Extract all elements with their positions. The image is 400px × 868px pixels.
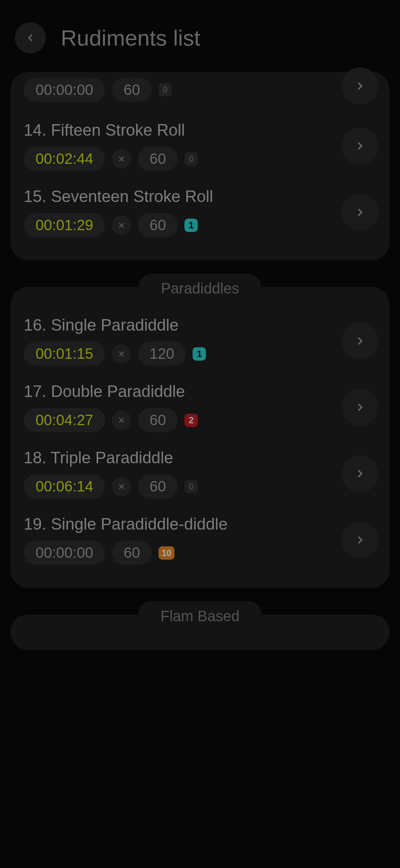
item-meta: 00:00:006010: [24, 541, 341, 565]
clear-time-button[interactable]: [112, 216, 131, 235]
chevron-right-icon: [353, 79, 367, 93]
item-content: 17. Double Paradiddle00:04:27602: [24, 382, 341, 432]
tempo-pill[interactable]: 120: [138, 342, 186, 366]
chevron-left-icon: [24, 32, 36, 44]
time-pill[interactable]: 00:02:44: [24, 147, 105, 171]
chevron-right-icon: [353, 139, 367, 153]
item-meta: 00:02:44600: [24, 147, 341, 171]
page-title: Rudiments list: [61, 25, 200, 51]
list-item[interactable]: 16. Single Paradiddle00:01:151201: [24, 308, 379, 374]
group: 00:00:0060014. Fifteen Stroke Roll00:02:…: [10, 72, 390, 260]
close-icon: [117, 482, 126, 491]
group-label: Paradiddles: [139, 274, 261, 297]
item-content: 15. Seventeen Stroke Roll00:01:29601: [24, 187, 341, 237]
group-label: Flam Based: [138, 601, 261, 625]
tempo-pill[interactable]: 60: [112, 78, 152, 102]
item-title: 17. Double Paradiddle: [24, 382, 341, 401]
item-content: 00:00:00600: [24, 78, 341, 102]
item-title: 14. Fifteen Stroke Roll: [24, 121, 341, 139]
time-pill[interactable]: 00:00:00: [24, 541, 105, 565]
count-badge: 2: [184, 414, 198, 427]
chevron-right-icon: [353, 334, 367, 348]
tempo-pill[interactable]: 60: [138, 408, 178, 432]
count-badge: 1: [193, 347, 206, 361]
time-pill[interactable]: 00:01:15: [24, 342, 105, 366]
count-badge: 1: [184, 219, 198, 232]
count-badge: 10: [159, 546, 174, 560]
time-pill[interactable]: 00:04:27: [24, 408, 105, 432]
tempo-pill[interactable]: 60: [138, 213, 178, 237]
item-content: 16. Single Paradiddle00:01:151201: [24, 316, 341, 366]
list-item[interactable]: 19. Single Paradiddle-diddle00:00:006010: [24, 507, 379, 573]
group: Paradiddles16. Single Paradiddle00:01:15…: [10, 287, 390, 588]
close-icon: [117, 416, 126, 425]
clear-time-button[interactable]: [112, 344, 131, 364]
tempo-pill[interactable]: 60: [138, 474, 178, 498]
clear-time-button[interactable]: [112, 149, 131, 169]
close-icon: [117, 155, 126, 163]
item-meta: 00:01:29601: [24, 213, 341, 237]
content-area: 00:00:0060014. Fifteen Stroke Roll00:02:…: [0, 72, 400, 650]
close-icon: [117, 349, 126, 358]
item-title: 19. Single Paradiddle-diddle: [24, 515, 341, 533]
item-content: 14. Fifteen Stroke Roll00:02:44600: [24, 121, 341, 171]
count-badge: 0: [159, 83, 172, 96]
count-badge: 0: [184, 480, 198, 493]
open-item-button[interactable]: [341, 322, 379, 360]
chevron-right-icon: [353, 533, 367, 547]
chevron-right-icon: [353, 206, 367, 219]
time-pill[interactable]: 00:06:14: [24, 474, 105, 498]
clear-time-button[interactable]: [112, 411, 131, 430]
time-pill[interactable]: 00:00:00: [24, 78, 105, 102]
close-icon: [117, 221, 126, 230]
open-item-button[interactable]: [341, 127, 379, 165]
item-meta: 00:06:14600: [24, 474, 341, 498]
tempo-pill[interactable]: 60: [112, 541, 152, 565]
list-item[interactable]: 15. Seventeen Stroke Roll00:01:29601: [24, 179, 379, 245]
list-item[interactable]: 00:00:00600: [24, 72, 379, 113]
list-item[interactable]: 14. Fifteen Stroke Roll00:02:44600: [24, 113, 379, 179]
group: Flam Based: [10, 614, 390, 650]
list-item[interactable]: 17. Double Paradiddle00:04:27602: [24, 374, 379, 440]
open-item-button[interactable]: [341, 389, 379, 426]
open-item-button[interactable]: [341, 455, 379, 492]
item-meta: 00:04:27602: [24, 408, 341, 432]
time-pill[interactable]: 00:01:29: [24, 213, 105, 237]
item-title: 18. Triple Paradiddle: [24, 448, 341, 467]
open-item-button[interactable]: [341, 67, 379, 105]
item-meta: 00:01:151201: [24, 342, 341, 366]
clear-time-button[interactable]: [112, 477, 131, 496]
chevron-right-icon: [353, 401, 367, 414]
item-meta: 00:00:00600: [24, 78, 341, 102]
item-content: 19. Single Paradiddle-diddle00:00:006010: [24, 515, 341, 565]
back-button[interactable]: [15, 22, 46, 53]
header: Rudiments list: [0, 0, 400, 72]
tempo-pill[interactable]: 60: [138, 147, 178, 171]
item-title: 16. Single Paradiddle: [24, 316, 341, 334]
item-content: 18. Triple Paradiddle00:06:14600: [24, 448, 341, 498]
open-item-button[interactable]: [341, 194, 379, 231]
count-badge: 0: [184, 152, 198, 166]
open-item-button[interactable]: [341, 521, 379, 559]
chevron-right-icon: [353, 467, 367, 480]
list-item[interactable]: 18. Triple Paradiddle00:06:14600: [24, 440, 379, 507]
item-title: 15. Seventeen Stroke Roll: [24, 187, 341, 206]
